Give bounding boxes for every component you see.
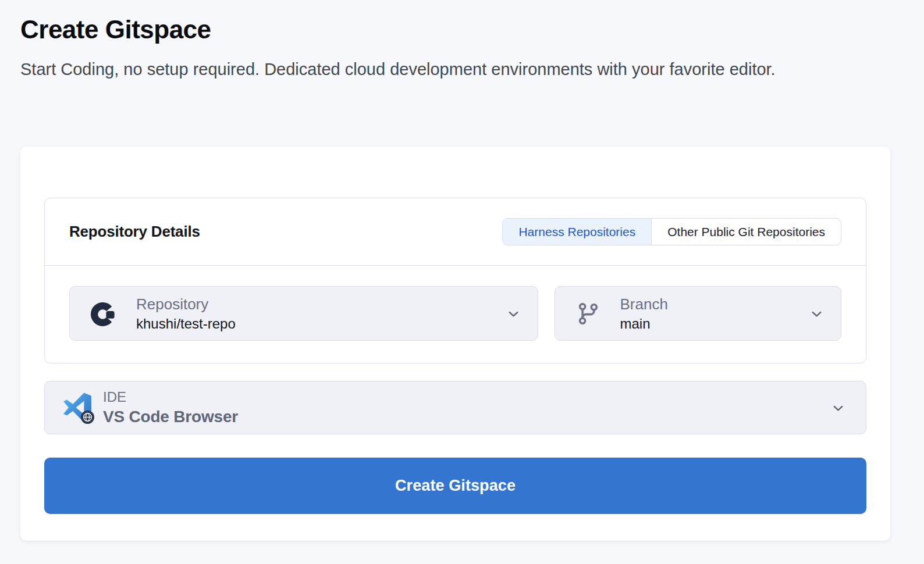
ide-label: IDE [103,389,831,405]
repository-label: Repository [136,295,507,313]
branch-label: Branch [620,295,810,313]
ide-field-text: IDE VS Code Browser [103,389,831,426]
ide-select[interactable]: IDE VS Code Browser [44,381,866,434]
chevron-down-icon [810,307,823,320]
gitspace-card: Repository Details Harness Repositories … [20,147,890,541]
git-branch-icon [575,300,601,327]
create-gitspace-page: Create Gitspace Start Coding, no setup r… [0,0,924,564]
vscode-browser-icon [62,392,93,423]
page-subtitle: Start Coding, no setup required. Dedicat… [20,56,847,83]
section-heading: Repository Details [69,223,200,241]
chevron-down-icon [831,401,845,415]
tab-other-public-git-repositories[interactable]: Other Public Git Repositories [651,219,841,245]
repository-value: khushi/test-repo [136,316,507,332]
repository-details-body: Repository khushi/test-repo [45,266,866,363]
repository-field-text: Repository khushi/test-repo [136,295,507,332]
repository-details-section: Repository Details Harness Repositories … [44,198,866,363]
branch-field-text: Branch main [620,295,810,332]
tab-label: Harness Repositories [518,225,635,239]
repo-source-tabs: Harness Repositories Other Public Git Re… [502,218,841,245]
harness-repo-icon [90,300,117,327]
repository-select[interactable]: Repository khushi/test-repo [69,286,538,341]
repository-details-header: Repository Details Harness Repositories … [45,198,866,266]
ide-value: VS Code Browser [103,408,831,426]
branch-value: main [620,316,810,332]
page-title: Create Gitspace [20,15,924,44]
globe-icon [81,410,94,424]
branch-select[interactable]: Branch main [555,286,841,341]
tab-label: Other Public Git Repositories [667,225,825,239]
chevron-down-icon [507,307,520,320]
create-gitspace-button[interactable]: Create Gitspace [44,458,866,514]
tab-harness-repositories[interactable]: Harness Repositories [503,219,651,245]
